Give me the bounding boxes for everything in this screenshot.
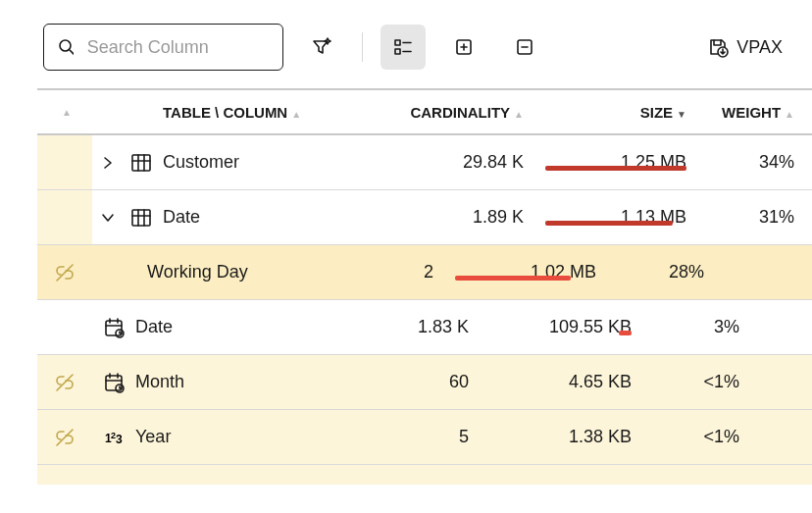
expand-all-button[interactable] bbox=[441, 25, 486, 70]
table-icon bbox=[124, 152, 159, 174]
table-row[interactable]: Date 1.89 K 1.13 MB 31% bbox=[37, 190, 812, 245]
group-view-button[interactable] bbox=[381, 25, 426, 70]
collapse-all-icon bbox=[514, 36, 535, 58]
grid-header-row: ▲ TABLE \ COLUMN▲ CARDINALITY▲ SIZE▼ WEI… bbox=[37, 88, 812, 135]
cell-size: 1.02 MB bbox=[447, 262, 610, 282]
search-icon bbox=[58, 38, 74, 56]
cell-weight: <1% bbox=[645, 427, 753, 447]
table-row[interactable]: 123 Year 5 1.38 KB <1% bbox=[37, 410, 812, 465]
cell-size: 1.25 MB bbox=[537, 152, 700, 173]
table-row[interactable]: Month 60 4.65 KB <1% bbox=[37, 355, 812, 410]
svg-rect-4 bbox=[395, 49, 400, 54]
group-view-icon bbox=[392, 36, 414, 58]
header-weight[interactable]: WEIGHT▲ bbox=[700, 104, 808, 121]
cell-weight: 28% bbox=[610, 262, 718, 282]
svg-text:3: 3 bbox=[116, 433, 123, 446]
cell-cardinality: 29.84 K bbox=[361, 152, 537, 173]
svg-point-0 bbox=[60, 40, 71, 51]
cell-size: 4.65 KB bbox=[482, 372, 645, 392]
cell-cardinality: 2 bbox=[271, 262, 447, 282]
columns-grid: ▲ TABLE \ COLUMN▲ CARDINALITY▲ SIZE▼ WEI… bbox=[0, 88, 812, 485]
cell-cardinality: 5 bbox=[306, 427, 482, 447]
table-row[interactable]: Date 1.83 K 109.55 KB 3% bbox=[37, 300, 812, 355]
cell-cardinality: 1.83 K bbox=[306, 317, 482, 337]
expand-toggle[interactable] bbox=[92, 156, 124, 170]
cell-size: 109.55 KB bbox=[482, 317, 645, 337]
cell-name: Date bbox=[131, 317, 306, 337]
export-vpax-label: VPAX bbox=[736, 37, 783, 58]
cell-name: Customer bbox=[159, 152, 361, 173]
export-vpax-button[interactable]: VPAX bbox=[707, 36, 783, 58]
cell-weight: 3% bbox=[645, 317, 753, 337]
number-icon: 123 bbox=[96, 427, 131, 448]
expand-toggle[interactable] bbox=[92, 211, 124, 225]
save-download-icon bbox=[707, 36, 729, 58]
cell-size: 1.13 MB bbox=[537, 207, 700, 228]
cell-size: 1.38 KB bbox=[482, 427, 645, 447]
date-icon bbox=[96, 372, 131, 393]
sort-indicator[interactable]: ▲ bbox=[62, 107, 72, 118]
cell-cardinality: 60 bbox=[306, 372, 482, 392]
date-icon bbox=[96, 317, 131, 338]
search-box[interactable] bbox=[43, 24, 283, 71]
unreferenced-icon bbox=[37, 427, 92, 448]
cell-weight: 34% bbox=[700, 152, 808, 173]
chevron-down-icon bbox=[101, 211, 115, 225]
cell-name: Working Day bbox=[143, 262, 271, 282]
filter-magic-icon bbox=[310, 35, 333, 59]
cell-name: Year bbox=[131, 427, 306, 447]
toolbar-separator bbox=[362, 32, 363, 62]
unreferenced-icon bbox=[37, 262, 92, 283]
table-row[interactable]: Working Day 2 1.02 MB 28% bbox=[37, 245, 812, 300]
collapse-all-button[interactable] bbox=[502, 25, 547, 70]
toolbar: VPAX bbox=[0, 0, 812, 88]
svg-rect-13 bbox=[132, 155, 150, 171]
header-cardinality[interactable]: CARDINALITY▲ bbox=[361, 104, 537, 121]
svg-line-1 bbox=[70, 50, 74, 55]
table-row[interactable]: Customer 29.84 K 1.25 MB 34% bbox=[37, 135, 812, 190]
cell-name: Date bbox=[159, 207, 361, 228]
table-row[interactable] bbox=[37, 465, 812, 485]
search-input[interactable] bbox=[85, 36, 269, 59]
chevron-right-icon bbox=[101, 156, 115, 170]
cell-weight: <1% bbox=[645, 372, 753, 392]
expand-all-icon bbox=[453, 36, 475, 58]
header-name[interactable]: TABLE \ COLUMN▲ bbox=[159, 104, 361, 121]
unreferenced-icon bbox=[37, 372, 92, 393]
table-icon bbox=[124, 207, 159, 229]
filter-magic-button[interactable] bbox=[299, 25, 344, 70]
svg-rect-17 bbox=[132, 210, 150, 226]
cell-name: Month bbox=[131, 372, 306, 392]
header-size[interactable]: SIZE▼ bbox=[537, 104, 700, 121]
cell-weight: 31% bbox=[700, 207, 808, 228]
svg-rect-2 bbox=[395, 40, 400, 45]
cell-cardinality: 1.89 K bbox=[361, 207, 537, 228]
